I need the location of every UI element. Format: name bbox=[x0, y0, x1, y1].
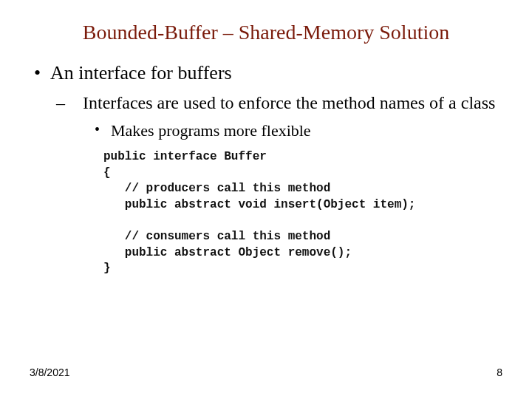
bullet-level-3: Makes programs more flexible bbox=[30, 121, 502, 140]
bullet-level-1: An interface for buffers bbox=[30, 62, 502, 84]
footer: 3/8/2021 8 bbox=[30, 366, 502, 378]
code-block: public interface Buffer { // producers c… bbox=[103, 149, 502, 277]
footer-date: 3/8/2021 bbox=[30, 366, 70, 378]
footer-page-number: 8 bbox=[497, 366, 502, 378]
bullet-level-2: –Interfaces are used to enforce the meth… bbox=[30, 92, 502, 114]
slide: Bounded-Buffer – Shared-Memory Solution … bbox=[0, 0, 532, 399]
bullet-l2-text: Interfaces are used to enforce the metho… bbox=[83, 93, 495, 112]
slide-title: Bounded-Buffer – Shared-Memory Solution bbox=[30, 21, 502, 44]
dash-icon: – bbox=[69, 92, 83, 114]
